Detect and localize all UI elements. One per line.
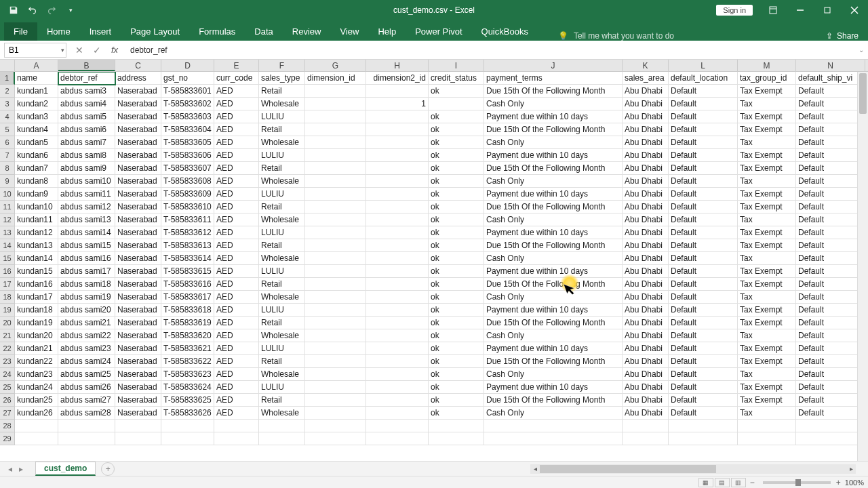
cell-D27[interactable]: T-585833626 bbox=[161, 407, 214, 420]
cell-B21[interactable]: abdus sami22 bbox=[58, 329, 115, 342]
cell-F11[interactable]: Retail bbox=[259, 201, 305, 214]
cell-K28[interactable] bbox=[623, 420, 669, 432]
cell-M14[interactable]: Tax Exempt bbox=[738, 239, 796, 252]
cell-B23[interactable]: abdus sami24 bbox=[58, 355, 115, 368]
cell-M4[interactable]: Tax Exempt bbox=[738, 110, 796, 123]
cell-H9[interactable] bbox=[366, 175, 429, 188]
cell-M10[interactable]: Tax Exempt bbox=[738, 188, 796, 201]
cell-J3[interactable]: Cash Only bbox=[484, 98, 623, 110]
cell-K15[interactable]: Abu Dhabi bbox=[623, 252, 669, 265]
cell-J8[interactable]: Due 15th Of the Following Month bbox=[484, 162, 623, 175]
cell-E19[interactable]: AED bbox=[214, 304, 259, 317]
cell-E20[interactable]: AED bbox=[214, 317, 259, 329]
cell-F17[interactable]: Retail bbox=[259, 278, 305, 291]
cell-N6[interactable]: Default bbox=[796, 136, 865, 149]
cell-E17[interactable]: AED bbox=[214, 278, 259, 291]
column-header-K[interactable]: K bbox=[623, 60, 669, 71]
column-header-L[interactable]: L bbox=[669, 60, 738, 71]
cell-L10[interactable]: Default bbox=[669, 188, 738, 201]
row-header-28[interactable]: 28 bbox=[0, 420, 15, 432]
cell-E9[interactable]: AED bbox=[214, 175, 259, 188]
cell-N22[interactable]: Default bbox=[796, 342, 865, 355]
cell-E28[interactable] bbox=[214, 420, 259, 432]
cell-N13[interactable]: Default bbox=[796, 226, 865, 239]
cell-C15[interactable]: Naserabad bbox=[115, 252, 161, 265]
cell-F14[interactable]: Retail bbox=[259, 239, 305, 252]
cell-I6[interactable]: ok bbox=[429, 136, 484, 149]
cell-C11[interactable]: Naserabad bbox=[115, 201, 161, 214]
cell-E11[interactable]: AED bbox=[214, 201, 259, 214]
cell-G28[interactable] bbox=[305, 420, 366, 432]
cell-F2[interactable]: Retail bbox=[259, 85, 305, 98]
cell-F28[interactable] bbox=[259, 420, 305, 432]
cell-D23[interactable]: T-585833622 bbox=[161, 355, 214, 368]
cell-G16[interactable] bbox=[305, 265, 366, 278]
cell-C19[interactable]: Naserabad bbox=[115, 304, 161, 317]
cell-K25[interactable]: Abu Dhabi bbox=[623, 381, 669, 394]
cell-J4[interactable]: Payment due within 10 days bbox=[484, 110, 623, 123]
next-sheet-icon[interactable]: ▸ bbox=[16, 464, 26, 474]
cell-B17[interactable]: abdus sami18 bbox=[58, 278, 115, 291]
cell-F24[interactable]: Wholesale bbox=[259, 368, 305, 381]
ribbon-tab-view[interactable]: View bbox=[330, 22, 368, 41]
cell-G21[interactable] bbox=[305, 329, 366, 342]
cell-L22[interactable]: Default bbox=[669, 342, 738, 355]
cell-D25[interactable]: T-585833624 bbox=[161, 381, 214, 394]
cell-H4[interactable] bbox=[366, 110, 429, 123]
cell-D3[interactable]: T-585833602 bbox=[161, 98, 214, 110]
cell-C23[interactable]: Naserabad bbox=[115, 355, 161, 368]
enter-formula-icon[interactable]: ✓ bbox=[88, 43, 106, 58]
horizontal-scrollbar[interactable]: ◂ ▸ bbox=[530, 464, 856, 474]
column-header-I[interactable]: I bbox=[429, 60, 484, 71]
cell-N16[interactable]: Default bbox=[796, 265, 865, 278]
cell-C9[interactable]: Naserabad bbox=[115, 175, 161, 188]
cell-A27[interactable]: kundan26 bbox=[15, 407, 58, 420]
cell-L7[interactable]: Default bbox=[669, 149, 738, 162]
column-header-B[interactable]: B bbox=[58, 60, 115, 71]
cell-K6[interactable]: Abu Dhabi bbox=[623, 136, 669, 149]
cell-A23[interactable]: kundan22 bbox=[15, 355, 58, 368]
cell-A22[interactable]: kundan21 bbox=[15, 342, 58, 355]
row-header-8[interactable]: 8 bbox=[0, 162, 15, 175]
cell-G22[interactable] bbox=[305, 342, 366, 355]
ribbon-tab-page-layout[interactable]: Page Layout bbox=[121, 22, 189, 41]
cell-J7[interactable]: Payment due within 10 days bbox=[484, 149, 623, 162]
cell-E29[interactable] bbox=[214, 432, 259, 445]
cell-M2[interactable]: Tax Exempt bbox=[738, 85, 796, 98]
cell-L17[interactable]: Default bbox=[669, 278, 738, 291]
cell-D15[interactable]: T-585833614 bbox=[161, 252, 214, 265]
cell-F18[interactable]: Wholesale bbox=[259, 291, 305, 304]
row-header-9[interactable]: 9 bbox=[0, 175, 15, 188]
cell-M8[interactable]: Tax Exempt bbox=[738, 162, 796, 175]
cell-E4[interactable]: AED bbox=[214, 110, 259, 123]
column-header-C[interactable]: C bbox=[115, 60, 161, 71]
cell-D10[interactable]: T-585833609 bbox=[161, 188, 214, 201]
cell-L21[interactable]: Default bbox=[669, 329, 738, 342]
cell-K18[interactable]: Abu Dhabi bbox=[623, 291, 669, 304]
cell-G23[interactable] bbox=[305, 355, 366, 368]
cell-C13[interactable]: Naserabad bbox=[115, 226, 161, 239]
cell-B20[interactable]: abdus sami21 bbox=[58, 317, 115, 329]
cell-C22[interactable]: Naserabad bbox=[115, 342, 161, 355]
cell-M29[interactable] bbox=[738, 432, 796, 445]
cell-A21[interactable]: kundan20 bbox=[15, 329, 58, 342]
cell-N15[interactable]: Default bbox=[796, 252, 865, 265]
cell-H18[interactable] bbox=[366, 291, 429, 304]
cell-C12[interactable]: Naserabad bbox=[115, 214, 161, 226]
cell-D16[interactable]: T-585833615 bbox=[161, 265, 214, 278]
cell-E13[interactable]: AED bbox=[214, 226, 259, 239]
cell-L1[interactable]: default_location bbox=[669, 72, 738, 85]
cell-I1[interactable]: credit_status bbox=[429, 72, 484, 85]
cell-N10[interactable]: Default bbox=[796, 188, 865, 201]
fx-icon[interactable]: fx bbox=[106, 43, 123, 58]
cell-I13[interactable]: ok bbox=[429, 226, 484, 239]
cell-K20[interactable]: Abu Dhabi bbox=[623, 317, 669, 329]
cell-N3[interactable]: Default bbox=[796, 98, 865, 110]
cell-J6[interactable]: Cash Only bbox=[484, 136, 623, 149]
cell-C26[interactable]: Naserabad bbox=[115, 394, 161, 407]
share-button[interactable]: ⇪Share bbox=[826, 31, 859, 41]
cell-H8[interactable] bbox=[366, 162, 429, 175]
cell-L9[interactable]: Default bbox=[669, 175, 738, 188]
cell-H21[interactable] bbox=[366, 329, 429, 342]
cell-H13[interactable] bbox=[366, 226, 429, 239]
